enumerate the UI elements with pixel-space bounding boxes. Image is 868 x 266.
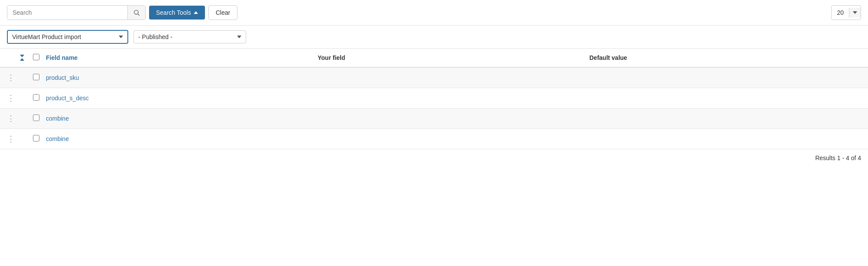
- sort-down-icon: [20, 55, 24, 57]
- drag-handle[interactable]: ⋮: [7, 114, 20, 123]
- table-rows: ⋮ product_sku ⋮ product_s_desc ⋮ combine: [0, 68, 868, 149]
- clear-button[interactable]: Clear: [208, 5, 237, 20]
- search-icon-button[interactable]: [127, 6, 145, 20]
- clear-label: Clear: [216, 9, 230, 16]
- per-page-wrapper: 20: [831, 5, 861, 20]
- search-icon: [133, 9, 140, 16]
- row-field-name[interactable]: combine: [46, 135, 318, 142]
- row-checkbox[interactable]: [33, 135, 39, 141]
- row-check-cell: [33, 115, 46, 122]
- col-your-field-header: Your field: [318, 54, 589, 61]
- sort-arrows[interactable]: [20, 55, 24, 61]
- row-checkbox[interactable]: [33, 94, 39, 101]
- chevron-down-icon: [119, 36, 123, 38]
- per-page-dropdown[interactable]: [849, 8, 861, 17]
- results-text: Results 1 - 4 of 4: [815, 154, 861, 161]
- sort-up-icon: [20, 58, 24, 61]
- col-check-header: [33, 54, 46, 62]
- svg-point-0: [134, 10, 138, 14]
- drag-handle[interactable]: ⋮: [7, 134, 20, 144]
- import-select-value: VirtueMart Product import: [12, 33, 81, 40]
- chevron-down-icon: [853, 11, 857, 14]
- header-checkbox[interactable]: [33, 54, 39, 60]
- row-checkbox[interactable]: [33, 115, 39, 121]
- search-tools-label: Search Tools: [156, 9, 191, 16]
- search-input[interactable]: [7, 6, 127, 20]
- row-checkbox[interactable]: [33, 74, 39, 80]
- svg-line-1: [138, 14, 140, 16]
- arrow-up-icon: [194, 11, 198, 14]
- row-field-name[interactable]: product_sku: [46, 74, 318, 81]
- results-footer: Results 1 - 4 of 4: [0, 149, 868, 167]
- search-wrapper: [7, 5, 146, 20]
- row-check-cell: [33, 135, 46, 143]
- published-select-value: - Published -: [138, 33, 172, 40]
- table-row: ⋮ combine: [0, 108, 868, 129]
- table-row: ⋮ product_sku: [0, 68, 868, 88]
- published-select[interactable]: - Published -: [133, 30, 246, 43]
- row-field-name[interactable]: product_s_desc: [46, 95, 318, 102]
- table-row: ⋮ product_s_desc: [0, 88, 868, 108]
- chevron-down-icon: [237, 36, 241, 38]
- toolbar: Search Tools Clear 20: [0, 0, 868, 26]
- drag-handle[interactable]: ⋮: [7, 73, 20, 82]
- filter-row: VirtueMart Product import - Published -: [0, 26, 868, 49]
- drag-handle[interactable]: ⋮: [7, 93, 20, 103]
- col-sort-arrows[interactable]: [20, 55, 33, 61]
- table-container: Field name Your field Default value ⋮ pr…: [0, 49, 868, 149]
- search-tools-button[interactable]: Search Tools: [149, 6, 205, 20]
- per-page-value: 20: [832, 6, 849, 20]
- table-row: ⋮ combine: [0, 129, 868, 149]
- col-default-value-header: Default value: [589, 54, 861, 61]
- row-check-cell: [33, 94, 46, 102]
- row-field-name[interactable]: combine: [46, 115, 318, 122]
- import-select[interactable]: VirtueMart Product import: [7, 30, 128, 44]
- row-check-cell: [33, 74, 46, 82]
- table-header: Field name Your field Default value: [0, 49, 868, 68]
- col-field-name-header[interactable]: Field name: [46, 54, 318, 61]
